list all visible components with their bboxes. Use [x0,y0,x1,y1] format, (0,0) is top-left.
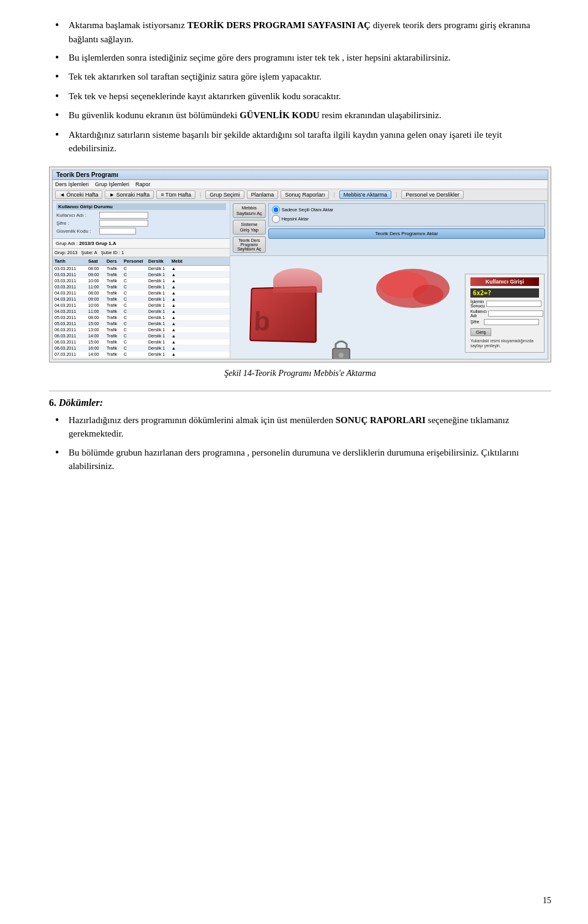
login-row-guvenlik: Güvenlik Kodu : [56,228,226,235]
menu-item-rapor[interactable]: Rapor [135,181,151,187]
bullet-text: Tek tek aktarırken sol taraftan seçtiğin… [69,70,551,84]
mebbis-sayfasi-ac-button[interactable]: MebbisSayfasını Aç [233,203,266,218]
sifre-row-label: Şifre [470,320,483,324]
col-saat-header: Saat [88,258,107,264]
bullet-icon: • [55,51,66,65]
list-item: • Aktardığınız satırların sisteme başarı… [49,128,551,156]
radio-hepsini-label: Hepsini Aktar [282,216,309,222]
sonuc-raporlari-tab[interactable]: Sonuç Raporları [281,190,329,199]
islemin-sonucu-row: İşlemin Sonucu [470,299,539,308]
app-toolbar: ◄ Önceki Hafta ► Sonraki Hafta ≡ Tüm Haf… [53,189,548,201]
mebbis-aktarma-button[interactable]: Mebbis'e Aktarma [339,190,391,199]
table-row[interactable]: 06.03.201116:00TrafikCDerslik 1▲ [53,345,230,351]
table-row[interactable]: 04.03.201111:00TrafikCDerslik 1▲ [53,309,230,315]
guvenlik-input[interactable] [99,228,136,235]
svg-point-1 [339,353,344,358]
table-row[interactable]: 05.03.201115:00TrafikCDerslik 1▲ [53,321,230,327]
kullanici-adi-input[interactable] [488,310,543,317]
teorik-programi-aktar-button[interactable]: Teorik Ders Programını Aktar [268,228,545,239]
bullet-icon: • [55,70,66,84]
kullanici-adi-label: Kullanıcı Adı [470,309,487,318]
grup-adi-label: Grup Adı : 2013/3 Grup 1.A [56,241,116,246]
table-row[interactable]: 06.03.201115:00TrafikCDerslik 1▲ [53,339,230,345]
left-panel: Kullanıcı Girişi Durumu Kullanıcı Adı : … [53,201,230,359]
bullet-text: Bu güvenlik kodunu ekranın üst bölümünde… [69,108,551,122]
bullet-text: Bu bölümde grubun hazırlanan ders progra… [69,446,551,473]
table-row[interactable]: 07.03.201117:00TrafikCDerslik 1▲ [53,358,230,359]
bullet-icon: • [55,108,66,122]
app-title: Teorik Ders Programı [56,171,118,178]
bullet-icon: • [55,413,66,427]
page-number: 15 [543,896,551,906]
grup-secimi-tab[interactable]: Grup Seçimi [205,190,244,199]
login-section: Kullanıcı Girişi Durumu Kullanıcı Adı : … [53,201,230,239]
kullanici-label: Kullanıcı Adı : [56,212,99,218]
bullet-text: Hazırladığınız ders programının dökümler… [69,413,551,441]
sube-label: Şube: A [81,250,97,255]
radio-and-aktar: Sadece Seçili Olanı Aktar Hepsini Aktar … [268,203,545,239]
grup-yil: Grup: 2013 [55,250,78,255]
table-row[interactable]: 03.03.201110:00TrafikCDerslik 1▲ [53,278,230,284]
sifre-input[interactable] [99,220,148,227]
list-item: • Bu güvenlik kodunu ekranın üst bölümün… [49,108,551,122]
radio-secili-input[interactable] [272,206,280,214]
sifre-row-input[interactable] [484,319,539,325]
list-item: • Bu bölümde grubun hazırlanan ders prog… [49,446,551,473]
teorik-ders-sayfasi-ac-button[interactable]: Teorik DersProgramıSayfasını Aç [233,236,266,253]
sifre-row: Şifre [470,319,539,325]
table-header: Tarih Saat Ders Personel Derslik Mebbi [53,257,230,266]
onceki-hafta-button[interactable]: ◄ Önceki Hafta [55,190,102,199]
bullet-text: Tek tek ve hepsi seçeneklerinde kayıt ak… [69,89,551,103]
islemin-sonucu-input[interactable] [486,301,541,307]
radio-secili-olan: Sadece Seçili Olanı Aktar [272,206,541,214]
app-menubar: Ders İşlemleri Grup İşlemleri Rapor [53,180,548,189]
transfer-btn-group: MebbisSayfasını Aç SistemeGiriş Yap Teor… [233,203,266,253]
box-illustration: b [249,268,359,359]
kullanici-giris-header: Kullanıcı Girişi [470,277,539,286]
section-divider [49,391,551,391]
sisteme-giris-yap-button[interactable]: SistemeGiriş Yap [233,220,266,235]
table-row[interactable]: 06.03.201114:00TrafikCDerslik 1▲ [53,333,230,339]
transfer-section: MebbisSayfasını Aç SistemeGiriş Yap Teor… [230,201,548,256]
page-content: • Aktarıma başlamak istiyorsanız TEORİK … [0,0,588,517]
sonraki-hafta-button[interactable]: ► Sonraki Hafta [105,190,154,199]
col-mebbi-header: Mebbi [172,258,183,264]
svg-point-4 [413,285,443,304]
red-box: b [249,286,317,343]
top-bullet-list: • Aktarıma başlamak istiyorsanız TEORİK … [49,18,551,156]
table-row[interactable]: 03.03.201111:00TrafikCDerslik 1▲ [53,284,230,290]
radio-section: Sadece Seçili Olanı Aktar Hepsini Aktar [268,203,545,227]
turkey-map [373,265,453,317]
personel-derslikler-button[interactable]: Personel ve Derslikler [401,190,464,199]
tum-hafta-button[interactable]: ≡ Tüm Hafta [156,190,195,199]
table-row[interactable]: 07.03.201114:00TrafikCDerslik 1▲ [53,351,230,358]
menu-item-ders[interactable]: Ders İşlemleri [55,181,89,187]
table-row[interactable]: 05.03.201108:00TrafikCDerslik 1▲ [53,315,230,321]
islemin-sonucu-label: İşlemin Sonucu [470,299,485,308]
table-row[interactable]: 03.03.201108:00TrafikCDerslik 1▲ [53,266,230,272]
col-personel-header: Personel [124,258,148,264]
right-panel: MebbisSayfasını Aç SistemeGiriş Yap Teor… [230,201,548,359]
planlama-tab[interactable]: Planlama [247,190,279,199]
list-item: • Tek tek aktarırken sol taraftan seçtiğ… [49,70,551,84]
radio-secili-label: Sadece Seçili Olanı Aktar [282,207,334,212]
table-row[interactable]: 04.03.201109:00TrafikCDerslik 1▲ [53,296,230,302]
table-rows: 03.03.201108:00TrafikCDerslik 1▲ 03.03.2… [53,266,230,359]
table-row[interactable]: 04.03.201110:00TrafikCDerslik 1▲ [53,302,230,309]
radio-hepsini: Hepsini Aktar [272,215,541,223]
giris-button[interactable]: Giriş [470,328,491,336]
table-row[interactable]: 06.03.201113:00TrafikCDerslik 1▲ [53,327,230,333]
bullet-text: Aktarıma başlamak istiyorsanız TEORİK DE… [69,18,551,46]
list-item: • Hazırladığınız ders programının döküml… [49,413,551,441]
radio-hepsini-input[interactable] [272,215,280,223]
login-row-kullanici: Kullanıcı Adı : [56,212,226,219]
table-row[interactable]: 04.03.201108:00TrafikCDerslik 1▲ [53,290,230,296]
col-derslik-header: Derslik [148,258,172,264]
kullanici-input[interactable] [99,212,148,219]
sifre-label: Şifre : [56,220,99,226]
lock-icon [330,336,353,359]
table-row[interactable]: 03.03.201109:00TrafikCDerslik 1▲ [53,272,230,278]
section6-heading: 6. Dökümler: [49,397,551,408]
sube-id: Şube ID : 1 [101,250,124,255]
menu-item-grup[interactable]: Grup İşlemleri [95,181,129,187]
